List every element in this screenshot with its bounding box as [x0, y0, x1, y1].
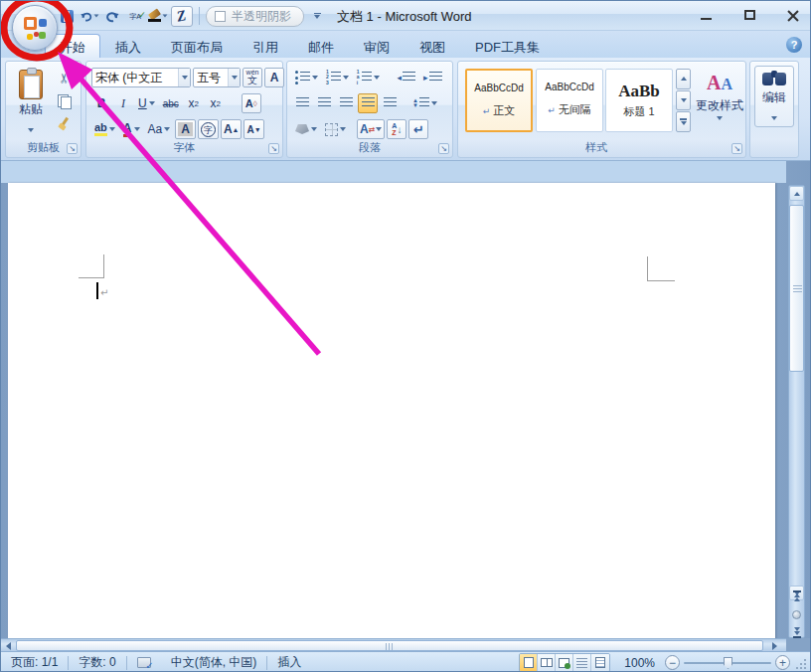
zoom-in-icon[interactable]: +	[775, 655, 790, 670]
underline-dropdown-icon[interactable]	[149, 101, 155, 105]
highlight-dropdown-icon[interactable]	[109, 127, 115, 131]
editing-button[interactable]: 编辑	[754, 66, 794, 127]
numbering-button[interactable]: 123	[323, 68, 352, 87]
document-page[interactable]	[8, 183, 775, 638]
cut-button[interactable]: ✂	[54, 68, 74, 87]
highlighter-icon[interactable]	[148, 6, 168, 26]
increase-indent-button[interactable]: ▸	[420, 68, 445, 87]
zoom-slider-thumb[interactable]	[724, 657, 732, 669]
minimize-icon[interactable]	[695, 5, 717, 25]
character-border-button[interactable]: A	[264, 68, 284, 87]
style-normal[interactable]: AaBbCcDd ↵ 正文	[465, 69, 533, 132]
draft-view-icon[interactable]	[591, 654, 609, 671]
styles-scroll-down-icon[interactable]	[676, 90, 691, 111]
status-insert-mode[interactable]: 插入	[267, 652, 311, 672]
zoom-slider[interactable]	[684, 655, 771, 670]
italic-button[interactable]: I	[113, 93, 133, 113]
tab-page-layout[interactable]: 页面布局	[156, 34, 238, 58]
numbering-dropdown-icon[interactable]	[343, 76, 349, 80]
previous-page-icon[interactable]	[789, 588, 804, 602]
superscript-button[interactable]: x2	[206, 93, 226, 113]
styles-scroll-up-icon[interactable]	[676, 69, 691, 89]
save-icon[interactable]	[57, 6, 77, 26]
spelling-grammar-icon[interactable]: 字A ✓	[125, 6, 145, 26]
status-page-number[interactable]: 页面: 1/1	[1, 652, 68, 672]
outline-view-icon[interactable]	[573, 654, 591, 671]
font-color-dropdown-icon[interactable]	[134, 127, 140, 131]
zoom-out-icon[interactable]: −	[665, 655, 680, 670]
fullscreen-reading-view-icon[interactable]	[538, 654, 556, 671]
asian-layout-button[interactable]: A⇄	[357, 119, 385, 139]
grow-font-button[interactable]: A▲	[221, 119, 243, 139]
redo-icon[interactable]	[102, 6, 122, 26]
decrease-indent-button[interactable]: ◂	[395, 68, 419, 87]
next-page-icon[interactable]	[789, 626, 804, 638]
align-right-button[interactable]	[336, 93, 356, 113]
bold-button[interactable]: B	[91, 93, 111, 113]
style-heading1[interactable]: AaBb 标题 1	[605, 69, 673, 132]
font-dialog-launcher[interactable]: ↘	[268, 143, 279, 154]
horizontal-scrollbar[interactable]	[1, 638, 786, 651]
styles-gallery-more-icon[interactable]	[676, 111, 691, 132]
tab-review[interactable]: 审阅	[349, 34, 405, 58]
change-styles-button[interactable]: AA 更改样式	[695, 68, 744, 143]
vertical-scrollbar[interactable]	[788, 185, 805, 638]
change-styles-dropdown-icon[interactable]	[717, 116, 723, 120]
help-icon[interactable]: ?	[786, 37, 802, 53]
maximize-icon[interactable]	[738, 5, 760, 25]
bullets-button[interactable]	[292, 68, 321, 87]
tab-pdf-tools[interactable]: PDF工具集	[460, 34, 555, 58]
status-word-count[interactable]: 字数: 0	[69, 652, 125, 672]
underline-button[interactable]: U	[135, 93, 158, 113]
annotate-pen-icon[interactable]: Z	[171, 6, 193, 27]
paragraph-dialog-launcher[interactable]: ↘	[438, 143, 449, 154]
change-case-dropdown-icon[interactable]	[164, 127, 170, 131]
undo-icon[interactable]	[80, 6, 99, 26]
hscroll-thumb[interactable]	[16, 640, 763, 651]
sort-button[interactable]: AZ ↓	[387, 119, 406, 139]
align-left-button[interactable]	[292, 93, 312, 113]
shading-dropdown-icon[interactable]	[311, 127, 317, 131]
tab-insert[interactable]: 插入	[100, 34, 156, 58]
show-hide-marks-button[interactable]: ↵	[408, 119, 428, 139]
styles-dialog-launcher[interactable]: ↘	[731, 143, 742, 154]
font-size-combo[interactable]: 五号	[193, 68, 241, 87]
status-language[interactable]: 中文(简体, 中国)	[161, 652, 267, 672]
select-browse-object-icon[interactable]	[789, 607, 804, 621]
font-name-dropdown-icon[interactable]	[178, 69, 190, 86]
vscroll-thumb[interactable]	[789, 205, 804, 372]
tab-mailings[interactable]: 邮件	[293, 34, 349, 58]
asian-layout-dropdown-icon[interactable]	[376, 127, 382, 131]
tab-view[interactable]: 视图	[405, 34, 460, 58]
editing-dropdown-icon[interactable]	[771, 116, 777, 120]
scroll-up-icon[interactable]	[789, 186, 804, 201]
close-icon[interactable]	[782, 5, 804, 25]
web-layout-view-icon[interactable]	[556, 654, 573, 671]
tab-references[interactable]: 引用	[238, 34, 293, 58]
shrink-font-button[interactable]: A▼	[243, 119, 263, 139]
semi-transparent-shadow-toggle[interactable]: 半透明阴影	[206, 6, 304, 27]
resize-grip[interactable]	[794, 657, 806, 669]
text-highlight-button[interactable]: ab	[91, 119, 118, 139]
clipboard-dialog-launcher[interactable]: ↘	[67, 143, 78, 154]
shadow-checkbox[interactable]	[215, 11, 226, 22]
character-shading-button[interactable]: A	[175, 119, 196, 139]
borders-button[interactable]	[322, 119, 349, 139]
paste-dropdown-icon[interactable]	[28, 128, 34, 132]
font-size-dropdown-icon[interactable]	[228, 69, 240, 86]
font-name-combo[interactable]: 宋体 (中文正	[91, 68, 191, 87]
copy-button[interactable]	[54, 90, 74, 110]
format-painter-button[interactable]	[54, 113, 74, 133]
qat-customize-icon[interactable]	[307, 6, 327, 26]
office-button[interactable]	[12, 5, 58, 51]
justify-button[interactable]	[358, 93, 378, 113]
enclose-characters-button[interactable]: 字	[198, 119, 219, 139]
distribute-button[interactable]	[380, 93, 400, 113]
multilevel-list-button[interactable]: 1ai	[354, 68, 383, 87]
style-no-spacing[interactable]: AaBbCcDd ↵ 无间隔	[536, 69, 603, 132]
subscript-button[interactable]: x2	[184, 93, 204, 113]
strikethrough-button[interactable]: abc	[160, 93, 182, 113]
align-center-button[interactable]	[314, 93, 334, 113]
status-proofing-icon[interactable]	[127, 652, 161, 672]
change-case-button[interactable]: Aa	[145, 119, 174, 139]
